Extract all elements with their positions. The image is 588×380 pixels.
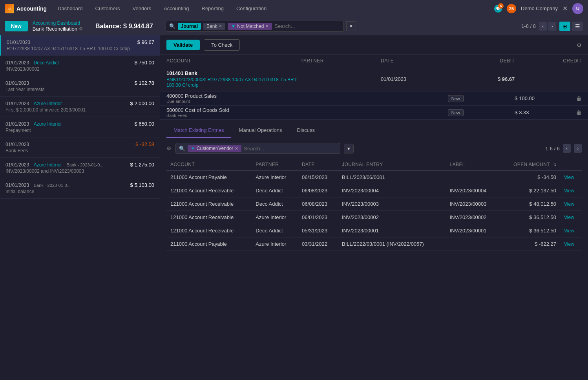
delete-icon[interactable]: 🗑 (576, 95, 582, 102)
transaction-item[interactable]: 01/01/2023 Bank - 2023-01-0... $ 5,103.0… (0, 178, 160, 199)
kanban-view-button[interactable]: ⊞ (559, 22, 570, 31)
nav-customers[interactable]: Customers (92, 4, 123, 13)
match-table-row[interactable]: 121000 Account Receivable Deco Addict 05… (166, 224, 582, 238)
nav-vendors[interactable]: Vendors (129, 4, 154, 13)
match-table-row[interactable]: 211000 Account Payable Azure Interior 06… (166, 171, 582, 184)
tx-desc: Initial balance (5, 189, 154, 194)
tx-date: 01/01/2023 (5, 80, 29, 86)
col-actions (560, 159, 582, 171)
row-view-link[interactable]: View (560, 171, 582, 184)
tx-desc: Bank Fees (5, 148, 154, 153)
tx-amount: $ 96.67 (137, 39, 154, 45)
cv-filter-icon: ▼ (191, 146, 195, 151)
main-account-link[interactable]: BNK1/2023/00008: R:9772938 10/07 AX 9415… (166, 77, 300, 88)
transaction-item[interactable]: 01/01/2023 Azure Interior Bank - 2023-01… (0, 158, 160, 178)
not-matched-filter-close[interactable]: ✕ (265, 24, 269, 29)
row-view-link[interactable]: View (560, 211, 582, 224)
tab-bar: Match Existing EntriesManual OperationsD… (160, 123, 588, 138)
search-icon[interactable]: 🔍 (169, 23, 175, 29)
tab-match-existing-entries[interactable]: Match Existing Entries (166, 123, 231, 138)
new-button[interactable]: New (5, 21, 28, 31)
nav-reporting[interactable]: Reporting (199, 4, 227, 13)
activity-badge[interactable]: 25 (507, 4, 516, 13)
search-dropdown-button[interactable]: ▾ (346, 21, 356, 31)
match-table-row[interactable]: 121000 Account Receivable Deco Addict 06… (166, 184, 582, 197)
row-journal-entry: INV/2023/00001 (338, 224, 446, 238)
breadcrumb-parent[interactable]: Accounting Dashboard (33, 20, 83, 26)
main-account-debit: $ 96.67 (448, 76, 515, 82)
row-date: 06/08/2023 (298, 197, 338, 211)
row-date: 06/01/2023 (298, 211, 338, 224)
match-search-input[interactable] (244, 146, 337, 152)
row-open-amount: $ 22,137.50 (499, 184, 560, 197)
sub-account-row: 500000 Cost of Goods Sold Bank Fees New … (160, 106, 588, 120)
tab-manual-operations[interactable]: Manual Operations (232, 123, 289, 138)
transaction-item[interactable]: 01/01/2023 $ -32.58 Bank Fees (0, 137, 160, 158)
tx-partner: Azure Interior (34, 101, 62, 106)
pagination-next[interactable]: › (548, 22, 556, 31)
row-view-link[interactable]: View (560, 238, 582, 251)
transaction-item[interactable]: 01/01/2023 Azure Interior $ 650.00 Prepa… (0, 117, 160, 137)
validate-button[interactable]: Validate (166, 40, 200, 50)
filter-icon: ▼ (231, 24, 236, 29)
match-panel: ⚙ 🔍 ▼ Customer/Vendor ✕ ▾ 1-6 / 6 ‹ (160, 138, 588, 256)
nav-accounting[interactable]: Accounting (161, 4, 192, 13)
row-partner: Azure Interior (252, 211, 298, 224)
view-toggle: ⊞ ☰ (559, 22, 583, 31)
debit-col-header: Debit (448, 58, 515, 64)
row-partner: Azure Interior (252, 171, 298, 184)
tx-amount: $ 5,103.00 (130, 182, 154, 188)
match-gear-icon[interactable]: ⚙ (166, 145, 172, 152)
row-view-link[interactable]: View (560, 224, 582, 238)
breadcrumb-gear-icon[interactable]: ⚙ (79, 26, 83, 31)
row-partner: Deco Addict (252, 184, 298, 197)
match-table-row[interactable]: 121000 Account Receivable Azure Interior… (166, 211, 582, 224)
validate-settings-icon[interactable]: ⚙ (577, 42, 582, 48)
company-name[interactable]: Demo Company (521, 5, 558, 11)
transaction-item[interactable]: 01/01/2023 Deco Addict $ 750.00 INV/2023… (0, 56, 160, 76)
match-next-btn[interactable]: › (574, 144, 582, 153)
journal-filter-tag[interactable]: Journal (178, 23, 201, 30)
list-view-button[interactable]: ☰ (572, 22, 583, 31)
transaction-item[interactable]: 01/01/2023 $ 102.78 Last Year Interests (0, 76, 160, 97)
cv-filter-close[interactable]: ✕ (235, 146, 238, 151)
row-open-amount: $ 36,512.50 (499, 224, 560, 238)
nav-dashboard[interactable]: Dashboard (55, 4, 86, 13)
row-view-link[interactable]: View (560, 184, 582, 197)
search-input[interactable] (274, 23, 340, 29)
tx-amount: $ 1,275.00 (130, 162, 154, 168)
account-col-header: Account (166, 58, 300, 64)
transaction-item[interactable]: 01/01/2023 Azure Interior $ 2,000.00 Fir… (0, 97, 160, 117)
row-view-link[interactable]: View (560, 197, 582, 211)
bank-filter-close[interactable]: ✕ (219, 24, 222, 29)
delete-icon[interactable]: 🗑 (576, 110, 582, 116)
avatar[interactable]: U (572, 3, 583, 14)
to-check-button[interactable]: To Check (204, 39, 240, 51)
open-amount-sort-icon[interactable]: ⇅ (553, 163, 556, 167)
row-date: 06/08/2023 (298, 184, 338, 197)
match-prev-btn[interactable]: ‹ (563, 144, 571, 153)
tx-date: 01/01/2023 (5, 162, 29, 168)
row-label: INV/2023/00004 (446, 184, 500, 197)
sub-accounts-container: 400000 Product Sales Due amount New $ 10… (160, 91, 588, 120)
match-toolbar: ⚙ 🔍 ▼ Customer/Vendor ✕ ▾ 1-6 / 6 ‹ (166, 143, 582, 154)
nav-configuration[interactable]: Configuration (233, 4, 270, 13)
pagination-prev[interactable]: ‹ (539, 22, 547, 31)
date-col-header: Date (381, 58, 448, 64)
row-journal-entry: INV/2023/00004 (338, 184, 446, 197)
row-account: 121000 Account Receivable (166, 211, 252, 224)
transaction-item[interactable]: 01/01/2023 $ 96.67 R:9772938 10/07 AX 94… (0, 35, 160, 56)
tab-discuss[interactable]: Discuss (290, 123, 322, 138)
close-icon[interactable]: ✕ (562, 5, 568, 12)
match-table-row[interactable]: 121000 Account Receivable Deco Addict 06… (166, 197, 582, 211)
not-matched-filter-tag: ▼ Not Matched ✕ (228, 23, 272, 30)
match-search-dropdown[interactable]: ▾ (344, 144, 354, 153)
match-pagination: 1-6 / 6 ‹ › (545, 144, 582, 153)
message-badge[interactable]: 💬 5 (494, 5, 502, 13)
search-bar: 🔍 Journal Bank ✕ ▼ Not Matched ✕ ▾ (166, 21, 356, 32)
tx-bank: Bank - 2023-01-0... (66, 163, 103, 167)
app-logo[interactable]: ○ Accounting (5, 4, 47, 13)
match-table-row[interactable]: 211000 Account Payable Azure Interior 03… (166, 238, 582, 251)
main-layout: 01/01/2023 $ 96.67 R:9772938 10/07 AX 94… (0, 35, 588, 380)
tx-desc: R:9772938 10/07 AX 9415116318 T:5 BRT: 1… (7, 46, 154, 51)
